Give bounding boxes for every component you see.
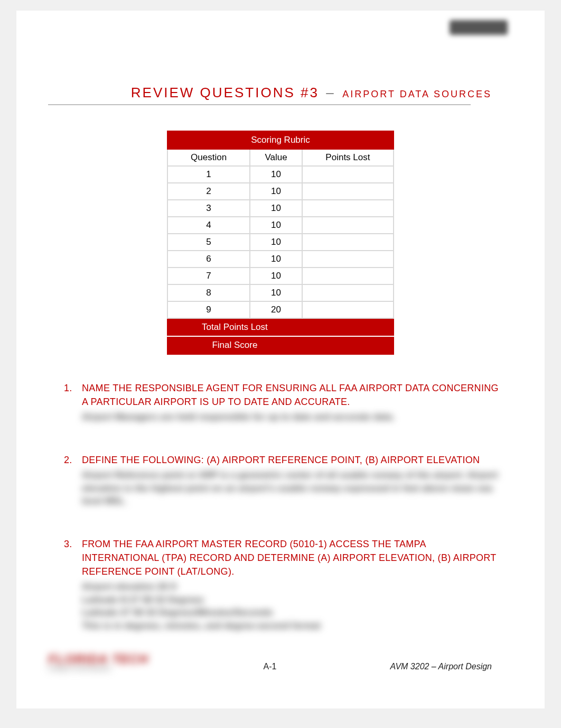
page-footer: FLORIDA TECH College of Aeronautics A-1 … xyxy=(48,653,492,671)
table-row: 710 xyxy=(167,268,394,284)
question-number: 3. xyxy=(64,537,82,551)
footer-course: AVM 3202 – Airport Design xyxy=(390,662,492,671)
page-title: REVIEW QUESTIONS #3 – AIRPORT DATA SOURC… xyxy=(48,85,492,101)
rubric-col-value: Value xyxy=(250,149,302,166)
question-number: 2. xyxy=(64,453,82,467)
question-1: 1. NAME THE RESPONSIBLE AGENT FOR ENSURI… xyxy=(64,381,502,424)
title-separator: – xyxy=(326,85,335,100)
question-text: NAME THE RESPONSIBLE AGENT FOR ENSURING … xyxy=(82,381,502,409)
rubric-final-row: Final Score xyxy=(167,336,394,354)
question-heading: 3. FROM THE FAA AIRPORT MASTER RECORD (5… xyxy=(64,537,502,578)
rubric-col-question: Question xyxy=(167,149,250,166)
answer-text: Airport elevation 26 ft Latitude N 27 58… xyxy=(82,580,502,633)
question-number: 1. xyxy=(64,381,82,395)
question-text: DEFINE THE FOLLOWING: (A) AIRPORT REFERE… xyxy=(82,453,502,467)
question-heading: 2. DEFINE THE FOLLOWING: (A) AIRPORT REF… xyxy=(64,453,502,467)
title-subtitle: AIRPORT DATA SOURCES xyxy=(342,89,492,99)
scoring-rubric-table: Scoring Rubric Question Value Points Los… xyxy=(167,131,394,355)
rubric-final-label: Final Score xyxy=(167,336,302,354)
rubric-container: Scoring Rubric Question Value Points Los… xyxy=(48,131,513,355)
header-badge xyxy=(450,20,508,35)
questions-list: 1. NAME THE RESPONSIBLE AGENT FOR ENSURI… xyxy=(48,381,513,633)
table-row: 510 xyxy=(167,234,394,251)
footer-page-number: A-1 xyxy=(264,662,277,671)
question-2: 2. DEFINE THE FOLLOWING: (A) AIRPORT REF… xyxy=(64,453,502,508)
footer-logo: FLORIDA TECH College of Aeronautics xyxy=(48,653,148,671)
answer-text: Airport Managers are held responsible fo… xyxy=(82,411,502,424)
table-row: 310 xyxy=(167,200,394,217)
question-heading: 1. NAME THE RESPONSIBLE AGENT FOR ENSURI… xyxy=(64,381,502,409)
table-row: 410 xyxy=(167,217,394,234)
table-row: 610 xyxy=(167,251,394,268)
title-main: REVIEW QUESTIONS #3 xyxy=(131,85,319,100)
footer-logo-sub: College of Aeronautics xyxy=(48,666,148,671)
table-row: 110 xyxy=(167,166,394,183)
rubric-total-row: Total Points Lost xyxy=(167,318,394,336)
question-3: 3. FROM THE FAA AIRPORT MASTER RECORD (5… xyxy=(64,537,502,633)
title-divider xyxy=(48,104,471,105)
rubric-header: Scoring Rubric xyxy=(167,131,394,149)
page-title-block: REVIEW QUESTIONS #3 – AIRPORT DATA SOURC… xyxy=(48,11,513,105)
question-text: FROM THE FAA AIRPORT MASTER RECORD (5010… xyxy=(82,537,502,578)
rubric-total-label: Total Points Lost xyxy=(167,318,302,336)
table-row: 810 xyxy=(167,284,394,301)
rubric-col-points-lost: Points Lost xyxy=(302,149,394,166)
table-row: 210 xyxy=(167,183,394,200)
table-row: 920 xyxy=(167,301,394,318)
answer-text: Airport Reference point or ARP is a geom… xyxy=(82,469,502,508)
